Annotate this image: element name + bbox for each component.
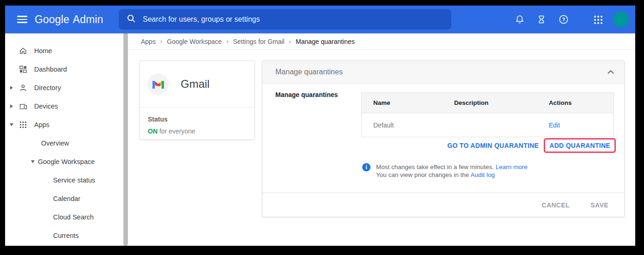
- status-suffix: for everyone: [158, 128, 195, 135]
- sidebar-item-label: Dashboard: [34, 66, 67, 73]
- info-note: i Most changes take effect in a few minu…: [362, 163, 528, 179]
- dashboard-icon: [19, 65, 27, 73]
- status-label: Status: [148, 115, 255, 123]
- learn-more-link[interactable]: Learn more: [496, 164, 528, 170]
- column-header-description: Description: [443, 99, 537, 106]
- breadcrumb-apps[interactable]: Apps: [141, 38, 156, 45]
- sidebar-item-label: Google Workspace: [38, 158, 95, 165]
- sidebar-item-label: Currents: [53, 232, 79, 239]
- column-header-name: Name: [362, 99, 443, 106]
- chevron-up-icon[interactable]: [608, 70, 614, 74]
- sidebar-item-devices[interactable]: Devices: [5, 97, 123, 115]
- svg-text:?: ?: [562, 17, 565, 22]
- brand-google: Google: [35, 13, 69, 26]
- top-app-bar: Google Admin ?: [5, 6, 635, 33]
- info-text: Most changes take effect in a few minute…: [376, 163, 528, 179]
- home-icon: [19, 47, 27, 55]
- panel-footer: CANCEL SAVE: [262, 193, 624, 217]
- sidebar-item-overview[interactable]: Overview: [5, 134, 123, 152]
- sidebar-item-calendar[interactable]: Calendar: [5, 189, 123, 208]
- manage-quarantines-panel: Manage quarantines Manage quarantines Na…: [262, 61, 625, 217]
- info-icon: i: [362, 163, 371, 171]
- sidebar-nav: Home Dashboard Directory Devices: [5, 33, 123, 246]
- sidebar-item-service-status[interactable]: Service status: [5, 171, 123, 189]
- breadcrumb-separator: ›: [160, 38, 162, 45]
- panel-body: Manage quarantines Name Description Acti…: [262, 84, 624, 193]
- breadcrumb-separator: ›: [289, 38, 291, 45]
- breadcrumb-google-workspace[interactable]: Google Workspace: [167, 38, 222, 45]
- app-title: Gmail: [181, 78, 210, 91]
- devices-icon: [19, 102, 27, 110]
- app-status-section: Status ON for everyone: [140, 108, 255, 135]
- panel-header[interactable]: Manage quarantines: [262, 61, 624, 84]
- go-to-admin-quarantine-button[interactable]: GO TO ADMIN QUARANTINE: [447, 142, 539, 149]
- panel-title: Manage quarantines: [275, 68, 608, 76]
- audit-log-link[interactable]: Audit log: [470, 171, 495, 178]
- status-value: ON for everyone: [148, 128, 255, 135]
- cell-name: Default: [362, 121, 443, 129]
- sidebar-item-label: Service status: [53, 176, 95, 184]
- info-line1: Most changes take effect in a few minute…: [376, 164, 496, 170]
- save-button[interactable]: SAVE: [590, 201, 608, 209]
- sidebar-item-google-workspace[interactable]: Google Workspace: [5, 152, 123, 171]
- breadcrumb-settings-for-gmail[interactable]: Settings for Gmail: [233, 38, 284, 45]
- hourglass-tasks-icon[interactable]: [536, 14, 547, 24]
- brand-admin: Admin: [73, 13, 103, 26]
- sidebar-item-dashboard[interactable]: Dashboard: [5, 60, 123, 79]
- search-icon: [127, 14, 136, 25]
- sidebar-item-label: Apps: [34, 121, 49, 128]
- annotation-highlight-box: ADD QUARANTINE: [544, 138, 616, 153]
- edit-link[interactable]: Edit: [549, 121, 560, 129]
- setting-row-label: Manage quarantines: [275, 91, 338, 98]
- status-on-badge: ON: [148, 128, 158, 135]
- gmail-app-card: Gmail Status ON for everyone: [139, 61, 255, 140]
- account-avatar[interactable]: [613, 12, 629, 27]
- table-row: Default Edit: [362, 113, 614, 137]
- admin-console-window: Google Admin ? Home: [5, 6, 635, 246]
- hamburger-menu-icon[interactable]: [17, 14, 28, 24]
- panel-action-links: GO TO ADMIN QUARANTINE ADD QUARANTINE: [447, 138, 616, 153]
- person-icon: [19, 84, 27, 92]
- sidebar-item-cloud-search[interactable]: Cloud Search: [5, 208, 123, 226]
- sidebar-item-currents[interactable]: Currents: [5, 226, 123, 245]
- sidebar-item-directory[interactable]: Directory: [5, 79, 123, 97]
- breadcrumb-current: Manage quarantines: [296, 38, 355, 45]
- add-quarantine-button[interactable]: ADD QUARANTINE: [549, 142, 610, 149]
- apps-grid-gray-icon: [19, 121, 27, 129]
- search-input[interactable]: [143, 15, 420, 24]
- table-header-row: Name Description Actions: [362, 93, 614, 113]
- help-icon[interactable]: ?: [559, 14, 569, 24]
- chevron-right-icon[interactable]: [8, 104, 15, 108]
- column-header-actions: Actions: [537, 99, 614, 106]
- gmail-card-header: Gmail: [140, 61, 255, 108]
- chevron-down-icon[interactable]: [30, 160, 36, 163]
- sidebar-item-home[interactable]: Home: [5, 42, 123, 60]
- chevron-down-icon[interactable]: [8, 123, 15, 126]
- sidebar-item-label: Home: [34, 47, 52, 55]
- gmail-logo-icon: [147, 73, 169, 95]
- sidebar-item-apps[interactable]: Apps: [5, 115, 123, 134]
- quarantines-table: Name Description Actions Default Edit: [361, 92, 614, 137]
- chevron-right-icon[interactable]: [8, 86, 15, 90]
- notifications-bell-icon[interactable]: [515, 14, 525, 24]
- search-bar[interactable]: [119, 9, 451, 30]
- sidebar-item-label: Cloud Search: [53, 213, 94, 221]
- sidebar-item-label: Devices: [34, 103, 58, 110]
- info-line2: You can view prior changes in the: [376, 171, 470, 178]
- app-logo: Google Admin: [35, 6, 103, 33]
- sidebar-item-label: Directory: [34, 84, 61, 91]
- sidebar-item-label: Overview: [41, 140, 69, 147]
- breadcrumb: Apps › Google Workspace › Settings for G…: [128, 33, 635, 50]
- sidebar-item-label: Calendar: [53, 195, 80, 202]
- sidebar-scrollbar[interactable]: [123, 32, 128, 246]
- breadcrumb-separator: ›: [226, 38, 228, 45]
- apps-grid-icon[interactable]: [593, 15, 603, 25]
- cancel-button[interactable]: CANCEL: [542, 201, 570, 209]
